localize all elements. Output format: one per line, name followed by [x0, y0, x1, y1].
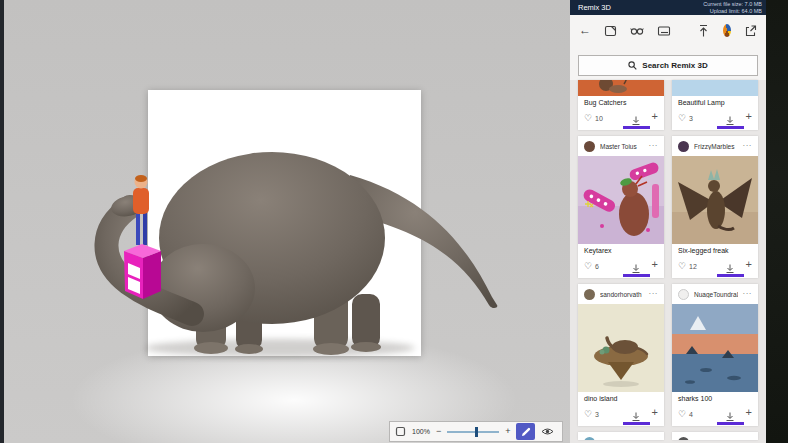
desktop-background — [766, 0, 788, 443]
like-button[interactable]: ♡ 6 — [584, 262, 599, 271]
fit-screen-icon[interactable] — [395, 426, 406, 437]
upload-icon[interactable] — [697, 24, 710, 37]
card-header: Master Toius ··· — [578, 136, 664, 156]
glasses-icon[interactable] — [630, 24, 644, 37]
card-title: Beautiful Lamp — [672, 96, 758, 109]
card-actions: ♡ 10 + — [578, 109, 664, 127]
download-accent-bar — [623, 422, 650, 425]
author-name[interactable]: sandorhorvath — [600, 291, 644, 298]
magenta-cube-model[interactable] — [124, 244, 161, 299]
like-button[interactable]: ♡ 10 — [584, 114, 603, 123]
card-thumbnail — [578, 304, 664, 392]
zoom-slider-handle[interactable] — [475, 427, 478, 437]
model-card-six-legged-freak[interactable]: FrizzyMarbles ··· Six-legged freak — [672, 136, 758, 278]
card-actions: ♡ 6 + — [578, 257, 664, 275]
like-button[interactable]: ♡ 12 — [678, 262, 697, 271]
author-avatar[interactable] — [678, 141, 689, 152]
dinosaur-3d-model[interactable] — [0, 0, 570, 443]
add-to-canvas-button[interactable]: + — [652, 259, 658, 270]
model-card-bug-catchers[interactable]: Bug Catchers ♡ 10 + — [578, 80, 664, 130]
model-card-sharks-100[interactable]: NuageToundra817 ··· sharks 100 — [672, 284, 758, 426]
download-accent-bar — [717, 126, 744, 129]
model-card-beautiful-lamp[interactable]: Beautiful Lamp ♡ 3 + — [672, 80, 758, 130]
author-avatar[interactable] — [584, 289, 595, 300]
card-thumbnail — [672, 156, 758, 244]
more-options-icon[interactable]: ··· — [743, 290, 753, 298]
card-actions: ♡ 4 + — [672, 405, 758, 423]
card-actions: ♡ 3 + — [578, 405, 664, 423]
card-title: sharks 100 — [672, 392, 758, 405]
add-to-canvas-button[interactable]: + — [652, 407, 658, 418]
card-header: NuageToundra817 ··· — [672, 284, 758, 304]
card-header: sandorhorvath ··· — [578, 284, 664, 304]
author-name[interactable]: Master Toius — [600, 143, 644, 150]
stickers-icon[interactable] — [604, 24, 617, 37]
current-file-size: Current file size: 7.0 MB — [703, 1, 762, 8]
model-card-partial[interactable] — [578, 432, 664, 440]
canvas-zoom-toolbar: 100% − + — [389, 421, 563, 442]
heart-icon: ♡ — [678, 262, 686, 271]
person-figure-model[interactable] — [133, 175, 149, 245]
dino-hind-leg-far — [352, 294, 380, 348]
author-avatar[interactable] — [584, 437, 595, 441]
like-count: 10 — [595, 115, 603, 122]
edit-mode-button[interactable] — [516, 423, 535, 440]
model-card-dino-island[interactable]: sandorhorvath ··· dino island — [578, 284, 664, 426]
like-count: 4 — [689, 411, 693, 418]
model-cards-grid: Bug Catchers ♡ 10 + Beautiful — [578, 80, 758, 440]
download-accent-bar — [717, 422, 744, 425]
search-placeholder: Search Remix 3D — [642, 61, 707, 70]
model-card-keytarex[interactable]: Master Toius ··· Keytarex — [578, 136, 664, 278]
paint3d-remix-window: 100% − + Remix 3D Current file size: 7.0… — [0, 0, 788, 443]
like-button[interactable]: ♡ 3 — [584, 410, 599, 419]
dino-foot — [313, 343, 349, 355]
boards-icon[interactable] — [657, 24, 671, 37]
add-to-canvas-button[interactable]: + — [746, 259, 752, 270]
author-avatar[interactable] — [584, 141, 595, 152]
profile-avatar[interactable] — [723, 24, 731, 37]
remix3d-panel: Remix 3D Current file size: 7.0 MB Uploa… — [570, 0, 766, 443]
download-accent-bar — [623, 126, 650, 129]
author-avatar[interactable] — [678, 437, 689, 441]
zoom-level: 100% — [412, 428, 430, 435]
more-options-icon[interactable]: ··· — [649, 290, 659, 298]
upload-limit: Upload limit: 64.0 MB — [703, 8, 762, 15]
app-title: Remix 3D — [578, 3, 611, 12]
view-mode-button[interactable] — [541, 427, 554, 436]
add-to-canvas-button[interactable]: + — [746, 111, 752, 122]
file-info: Current file size: 7.0 MB Upload limit: … — [703, 1, 762, 14]
back-button[interactable]: ← — [579, 24, 591, 36]
open-external-icon[interactable] — [744, 24, 757, 37]
zoom-out-button[interactable]: − — [436, 427, 441, 436]
dino-chest — [151, 244, 255, 332]
like-count: 3 — [595, 411, 599, 418]
heart-icon: ♡ — [678, 410, 686, 419]
add-to-canvas-button[interactable]: + — [652, 111, 658, 122]
search-input[interactable]: Search Remix 3D — [578, 55, 758, 76]
like-count: 6 — [595, 263, 599, 270]
like-button[interactable]: ♡ 3 — [678, 114, 693, 123]
zoom-slider[interactable] — [447, 427, 499, 437]
heart-icon: ♡ — [678, 114, 686, 123]
dino-foot — [235, 344, 263, 354]
like-button[interactable]: ♡ 4 — [678, 410, 693, 419]
download-accent-bar — [717, 274, 744, 277]
card-actions: ♡ 12 + — [672, 257, 758, 275]
author-name[interactable]: FrizzyMarbles — [694, 143, 738, 150]
zoom-slider-track — [447, 431, 499, 433]
card-title: Six-legged freak — [672, 244, 758, 257]
author-name[interactable]: NuageToundra817 — [694, 291, 738, 298]
more-options-icon[interactable]: ··· — [649, 142, 659, 150]
heart-icon: ♡ — [584, 262, 592, 271]
remix3d-toolbar: ← — [570, 15, 766, 45]
like-count: 3 — [689, 115, 693, 122]
more-options-icon[interactable]: ··· — [743, 142, 753, 150]
author-avatar[interactable] — [678, 289, 689, 300]
dino-foot — [194, 342, 228, 354]
heart-icon: ♡ — [584, 410, 592, 419]
card-title: Bug Catchers — [578, 96, 664, 109]
add-to-canvas-button[interactable]: + — [746, 407, 752, 418]
model-card-partial[interactable] — [672, 432, 758, 440]
card-thumbnail — [578, 156, 664, 244]
zoom-in-button[interactable]: + — [505, 427, 510, 436]
